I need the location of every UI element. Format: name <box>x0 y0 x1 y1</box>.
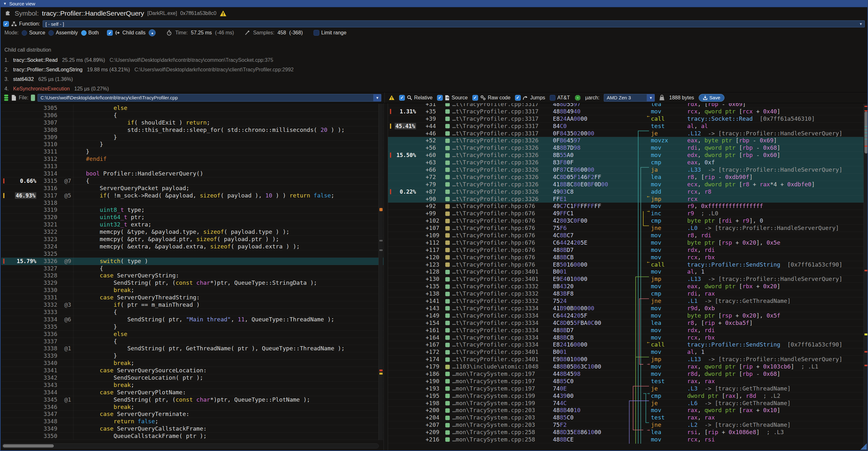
jumps-checkbox[interactable] <box>515 95 521 101</box>
asm-row[interactable]: +117…t\TracyProfiler.hpp:676488BD7movrdx… <box>388 246 868 254</box>
radio-source[interactable] <box>22 30 27 36</box>
child-call-item[interactable]: 3.stat64i32625 µs (1.36%) <box>4 77 78 84</box>
asm-row[interactable]: +123…t\TracyProfiler.hpp:676E850160000ca… <box>388 261 868 269</box>
asm-row[interactable]: +200…mon\TracySystem.cpp:203488B4010movr… <box>388 407 868 414</box>
child-call-item[interactable]: 1.tracy::Socket::Read25.25 ms (54.89%)C:… <box>4 57 273 64</box>
source-horizontal-scrollbar[interactable] <box>2 443 379 448</box>
asm-row[interactable]: +52…t\TracyProfiler.cpp:33260FB64597movz… <box>388 137 868 144</box>
asm-row[interactable]: +102…t\TracyProfiler.hpp:67642803C0F00cm… <box>388 217 868 224</box>
source-line-row[interactable]: 3332@3 if( ptr == m_mainThread ) <box>1 301 383 309</box>
source-toggle[interactable]: Source <box>437 95 468 101</box>
source-line-row[interactable]: 3338@1 SendString( ptr, GetThreadName( p… <box>1 345 383 352</box>
asm-row[interactable]: +138…t\TracyProfiler.cpp:3332483BF8cmprd… <box>388 290 868 298</box>
source-line-row[interactable]: 3313 <box>1 163 383 170</box>
asm-row[interactable]: +46…t\TracyProfiler.cpp:33170F8435020000… <box>388 130 868 137</box>
source-line-row[interactable]: 3310 } <box>1 141 383 148</box>
source-pane[interactable]: 3305 else3306 {3307 if( shouldExit ) ret… <box>1 103 384 450</box>
asm-row[interactable]: +141…t\TracyProfiler.cpp:33327524jne.L1 … <box>388 298 868 305</box>
source-line-row[interactable]: 3328 case ServerQueryString: <box>1 272 383 279</box>
asm-row[interactable]: +198…mon\TracySystem.cpp:199744Cje.L6 ->… <box>388 400 868 407</box>
assembly-pane[interactable]: +31…t\TracyProfiler.cpp:3317488D5597lear… <box>388 103 868 450</box>
asm-row[interactable]: +179…1103\include\atomic:1048488B05B63C1… <box>388 363 868 370</box>
child-call-item[interactable]: 4.KeSynchronizeExecution125 µs (0.27%) <box>4 86 113 92</box>
asm-row[interactable]: +112…t\TracyProfiler.hpp:676C64424205Emo… <box>388 239 868 246</box>
source-line-row[interactable]: 3305 else <box>1 104 383 112</box>
source-line-row[interactable]: 3311} <box>1 148 383 155</box>
asm-row[interactable]: +190…mon\TracySystem.cpp:1974885C0testra… <box>388 378 868 385</box>
mode-option-both[interactable]: Both <box>81 30 99 36</box>
source-line-row[interactable]: 3340 break; <box>1 360 383 367</box>
source-line-row[interactable]: 3348 return false; <box>1 418 383 425</box>
child-call-item[interactable]: 2.tracy::Profiler::SendLongString19.88 m… <box>4 67 293 74</box>
asm-row[interactable]: +216…mon\TracySystem.cpp:258488BCEmovrcx… <box>388 436 868 443</box>
source-line-row[interactable]: 3350 QueueCallstackFrame( ptr ); <box>1 432 383 440</box>
source-line-row[interactable]: 3345@1 SendString( ptr, (const char*)ptr… <box>1 396 383 403</box>
asm-row[interactable]: +66…t\TracyProfiler.cpp:33260F87CE060000… <box>388 166 868 174</box>
source-line-row[interactable]: 3320 uint64_t ptr; <box>1 214 383 221</box>
radio-both[interactable] <box>81 30 87 36</box>
source-line-row[interactable]: 3324 memcpy( &extra, &payload.extra, siz… <box>1 243 383 250</box>
source-line-row[interactable]: 3333 { <box>1 309 383 316</box>
asm-row[interactable]: +135…t\TracyProfiler.cpp:33328B4320movea… <box>388 283 868 290</box>
window-title-bar[interactable]: ▼ Source view <box>1 0 867 7</box>
asm-row[interactable]: 45.41%+44…t\TracyProfiler.cpp:331784C0te… <box>388 123 868 130</box>
asm-row[interactable]: +120…t\TracyProfiler.hpp:676488BCBmovrcx… <box>388 254 868 261</box>
asm-row[interactable]: +107…t\TracyProfiler.hpp:67675F6jne.L0 -… <box>388 224 868 232</box>
child-calls-checkbox[interactable] <box>107 30 113 36</box>
asm-row[interactable]: +99…t\TracyProfiler.hpp:67649FFC1incr9 ;… <box>388 210 868 217</box>
source-line-row[interactable]: 3316 ServerQueryPacket payload; <box>1 185 383 192</box>
asm-row[interactable]: +186…mon\TracySystem.cpp:197448B4598movr… <box>388 370 868 378</box>
raw-code-checkbox[interactable] <box>472 95 478 101</box>
source-line-row[interactable]: 3342 SendSourceLocation( ptr ); <box>1 374 383 382</box>
asm-row[interactable]: +31…t\TracyProfiler.cpp:3317488D5597lear… <box>388 103 868 108</box>
source-line-row[interactable]: 3344 case ServerQueryPlotName: <box>1 389 383 396</box>
asm-row[interactable]: +207…mon\TracySystem.cpp:20375F2jne.L2 -… <box>388 421 868 429</box>
source-line-row[interactable]: 3337 { <box>1 338 383 345</box>
limit-range-checkbox[interactable] <box>313 30 319 36</box>
asm-row[interactable]: +164…t\TracyProfiler.cpp:3334488BCBmovrc… <box>388 334 868 341</box>
source-line-row[interactable]: 3309 } <box>1 134 383 141</box>
relative-toggle[interactable]: Relative <box>399 95 433 101</box>
relative-checkbox[interactable] <box>399 95 405 101</box>
asm-row[interactable]: +130…t\TracyProfiler.cpp:3401E9E4010000j… <box>388 275 868 283</box>
raw-code-toggle[interactable]: Raw code <box>472 95 510 101</box>
source-line-row[interactable]: 3323 memcpy( &ptr, &payload.ptr, sizeof(… <box>1 236 383 243</box>
asm-row[interactable]: +143…t\TracyProfiler.cpp:333441B90B00000… <box>388 305 868 312</box>
asm-row[interactable]: +167…t\TracyProfiler.cpp:3334E824160000c… <box>388 341 868 349</box>
asm-row[interactable]: +39…t\TracyProfiler.cpp:3317E824AA0000ca… <box>388 115 868 123</box>
source-line-row[interactable]: 3335 } <box>1 323 383 331</box>
source-line-row[interactable]: 3343 break; <box>1 382 383 389</box>
asm-row[interactable]: +193…mon\TracySystem.cpp:197740Eje.L3 ->… <box>388 385 868 392</box>
asm-row[interactable]: +154…t\TracyProfiler.cpp:33344C8D055FBA0… <box>388 320 868 327</box>
source-line-row[interactable]: 3321 uint32_t extra; <box>1 221 383 229</box>
asm-row[interactable]: +204…mon\TracySystem.cpp:2034885C0testra… <box>388 414 868 421</box>
source-vertical-scrollbar[interactable] <box>378 104 383 440</box>
function-checkbox[interactable] <box>3 21 9 27</box>
source-line-row[interactable]: 3349 case ServerQueryCallstackFrame: <box>1 425 383 432</box>
source-line-row[interactable]: 3314bool Profiler::HandleServerQuery() <box>1 170 383 177</box>
asm-row[interactable]: +172…t\TracyProfiler.cpp:3401B001moval, … <box>388 349 868 356</box>
source-line-row[interactable]: 3346 break; <box>1 403 383 411</box>
uarch-select-arrow[interactable]: ▼ <box>647 94 654 101</box>
source-line-row[interactable]: 3341 case ServerQuerySourceLocation: <box>1 367 383 374</box>
source-line-row[interactable]: 3312#endif <box>1 155 383 163</box>
asm-row[interactable]: +72…t\TracyProfiler.cpp:33264C8D05F146F2… <box>388 174 868 181</box>
collapse-triangle-icon[interactable]: ▼ <box>3 2 7 5</box>
jumps-toggle[interactable]: Jumps <box>515 95 545 101</box>
source-line-row[interactable]: 3325 <box>1 250 383 258</box>
att-checkbox[interactable] <box>550 95 555 101</box>
asm-row[interactable]: +161…t\TracyProfiler.cpp:3334488BD7movrd… <box>388 327 868 334</box>
file-select[interactable]: C:\Users\wolf\Desktop\darkrl\contrib\tra… <box>37 94 381 101</box>
source-line-row[interactable]: 3329 SendString( ptr, (const char*)ptr, … <box>1 279 383 287</box>
asm-row[interactable]: +128…t\TracyProfiler.cpp:3401B001moval, … <box>388 268 868 275</box>
source-line-row[interactable]: 3334@6 SendString( ptr, "Main thread", 1… <box>1 316 383 323</box>
source-line-row[interactable]: 3307 if( shouldExit ) return; <box>1 119 383 126</box>
collapse-up-button[interactable]: ▲ <box>149 29 156 36</box>
source-line-row[interactable]: 3339 } <box>1 352 383 360</box>
source-checkbox[interactable] <box>437 95 443 101</box>
source-line-row[interactable]: 3336 else <box>1 331 383 338</box>
asm-row[interactable]: +79…t\TracyProfiler.cpp:3326418B8C80E0BF… <box>388 181 868 188</box>
uarch-select[interactable]: AMD Zen 3 ▼ <box>604 94 655 101</box>
att-toggle[interactable]: AT&T <box>550 95 570 101</box>
source-line-row[interactable]: 3331 case ServerQueryThreadString: <box>1 294 383 301</box>
